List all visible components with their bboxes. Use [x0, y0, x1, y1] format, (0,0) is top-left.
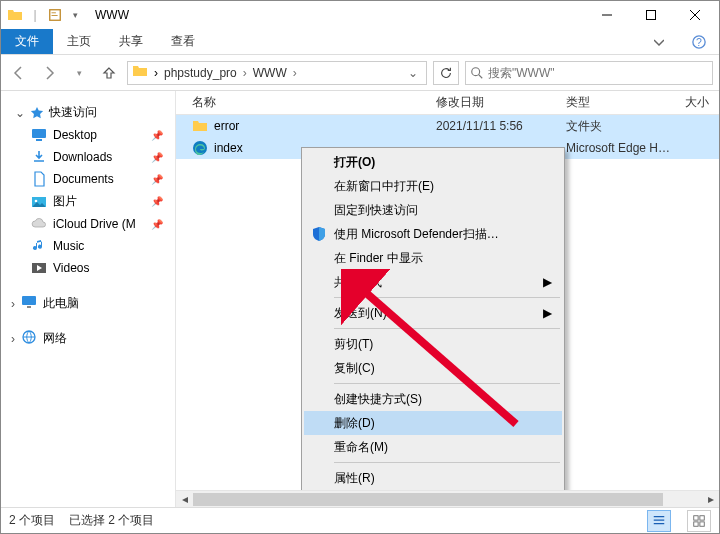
sidebar-label: 快速访问: [49, 104, 97, 121]
svg-rect-8: [36, 139, 42, 141]
menu-rename[interactable]: 重命名(M): [304, 435, 562, 459]
sidebar-item-label: Music: [53, 239, 84, 253]
scroll-track[interactable]: [193, 491, 702, 508]
menu-defender-scan[interactable]: 使用 Microsoft Defender扫描…: [304, 222, 562, 246]
properties-icon[interactable]: [47, 7, 63, 23]
help-button[interactable]: ?: [679, 29, 719, 54]
back-button[interactable]: [7, 61, 31, 85]
recent-dropdown[interactable]: ▾: [67, 61, 91, 85]
sidebar-item-pictures[interactable]: 图片 📌: [27, 190, 175, 213]
refresh-button[interactable]: [433, 61, 459, 85]
column-type[interactable]: 类型: [566, 94, 676, 111]
up-button[interactable]: [97, 61, 121, 85]
edge-icon: [192, 140, 208, 156]
file-date: 2021/11/11 5:56: [436, 119, 566, 133]
chevron-right-icon: ▶: [543, 275, 552, 289]
sidebar-quick-access[interactable]: ⌄ 快速访问: [11, 101, 175, 124]
file-name: error: [214, 119, 239, 133]
tab-share[interactable]: 共享: [105, 29, 157, 54]
menu-show-in-finder[interactable]: 在 Finder 中显示: [304, 246, 562, 270]
minimize-button[interactable]: [585, 1, 629, 29]
search-input[interactable]: [465, 61, 713, 85]
sidebar-label: 网络: [43, 330, 67, 347]
scroll-thumb[interactable]: [193, 493, 663, 506]
file-name: index: [214, 141, 243, 155]
tab-view[interactable]: 查看: [157, 29, 209, 54]
sidebar-this-pc[interactable]: › 此电脑: [1, 291, 175, 316]
file-list: 名称 修改日期 类型 大小 error 2021/11/11 5:56 文件夹 …: [176, 91, 719, 507]
window-title: WWW: [95, 8, 129, 22]
breadcrumb[interactable]: › phpstudy_pro› WWW› ⌄: [127, 61, 427, 85]
svg-rect-18: [694, 521, 698, 525]
close-button[interactable]: [673, 1, 717, 29]
qat-separator: |: [27, 7, 43, 23]
menu-create-shortcut[interactable]: 创建快捷方式(S): [304, 387, 562, 411]
sidebar-network[interactable]: › 网络: [1, 326, 175, 351]
expand-icon[interactable]: ›: [11, 332, 15, 346]
menu-pin-quick-access[interactable]: 固定到快速访问: [304, 198, 562, 222]
file-type: 文件夹: [566, 118, 676, 135]
sidebar-item-desktop[interactable]: Desktop 📌: [27, 124, 175, 146]
chevron-right-icon[interactable]: ›: [154, 66, 158, 80]
tab-home[interactable]: 主页: [53, 29, 105, 54]
menu-properties[interactable]: 属性(R): [304, 466, 562, 490]
search-field[interactable]: [488, 66, 708, 80]
menu-copy[interactable]: 复制(C): [304, 356, 562, 380]
sidebar-item-label: Videos: [53, 261, 89, 275]
expand-icon[interactable]: ›: [11, 297, 15, 311]
maximize-button[interactable]: [629, 1, 673, 29]
pin-icon: 📌: [151, 196, 163, 207]
folder-icon: [132, 63, 148, 82]
column-headers: 名称 修改日期 类型 大小: [176, 91, 719, 115]
view-details-button[interactable]: [647, 510, 671, 532]
pin-icon: 📌: [151, 152, 163, 163]
forward-button[interactable]: [37, 61, 61, 85]
svg-rect-2: [52, 15, 58, 16]
ribbon-expand-button[interactable]: [639, 29, 679, 54]
collapse-icon[interactable]: ⌄: [15, 106, 25, 120]
menu-separator: [334, 462, 560, 463]
svg-rect-19: [700, 521, 704, 525]
menu-send-to[interactable]: 发送到(N)▶: [304, 301, 562, 325]
view-large-icons-button[interactable]: [687, 510, 711, 532]
column-date[interactable]: 修改日期: [436, 94, 566, 111]
chevron-right-icon: ▶: [543, 306, 552, 320]
sidebar-item-label: Downloads: [53, 150, 112, 164]
breadcrumb-item[interactable]: WWW›: [253, 66, 297, 80]
shield-icon: [310, 225, 328, 243]
menu-delete[interactable]: 删除(D): [304, 411, 562, 435]
sidebar-item-videos[interactable]: Videos: [27, 257, 175, 279]
menu-separator: [334, 383, 560, 384]
column-name[interactable]: 名称: [176, 94, 436, 111]
scroll-right-button[interactable]: ▸: [702, 491, 719, 508]
address-dropdown-icon[interactable]: ⌄: [404, 66, 422, 80]
sidebar-item-icloud[interactable]: iCloud Drive (M 📌: [27, 213, 175, 235]
scroll-left-button[interactable]: ◂: [176, 491, 193, 508]
sidebar-item-downloads[interactable]: Downloads 📌: [27, 146, 175, 168]
menu-share-ways[interactable]: 共享方式▶: [304, 270, 562, 294]
context-menu: 打开(O) 在新窗口中打开(E) 固定到快速访问 使用 Microsoft De…: [301, 147, 565, 490]
svg-rect-3: [647, 11, 656, 20]
navigation-pane: ⌄ 快速访问 Desktop 📌 Downloads 📌: [1, 91, 176, 507]
file-row[interactable]: error 2021/11/11 5:56 文件夹: [176, 115, 719, 137]
file-type: Microsoft Edge HT…: [566, 141, 676, 155]
ribbon-tabs: 文件 主页 共享 查看 ?: [1, 29, 719, 55]
svg-rect-1: [52, 12, 56, 13]
svg-rect-12: [22, 296, 36, 305]
horizontal-scrollbar[interactable]: ◂ ▸: [176, 490, 719, 507]
svg-rect-7: [32, 129, 46, 138]
status-item-count: 2 个项目: [9, 512, 55, 529]
menu-cut[interactable]: 剪切(T): [304, 332, 562, 356]
menu-open-new-window[interactable]: 在新窗口中打开(E): [304, 174, 562, 198]
documents-icon: [31, 171, 47, 187]
sidebar-item-documents[interactable]: Documents 📌: [27, 168, 175, 190]
breadcrumb-item[interactable]: phpstudy_pro›: [164, 66, 247, 80]
menu-open[interactable]: 打开(O): [304, 150, 562, 174]
column-size[interactable]: 大小: [676, 94, 719, 111]
sidebar-item-label: 图片: [53, 193, 77, 210]
pictures-icon: [31, 194, 47, 210]
sidebar-item-music[interactable]: Music: [27, 235, 175, 257]
qat-dropdown-icon[interactable]: ▾: [67, 7, 83, 23]
music-icon: [31, 238, 47, 254]
tab-file[interactable]: 文件: [1, 29, 53, 54]
